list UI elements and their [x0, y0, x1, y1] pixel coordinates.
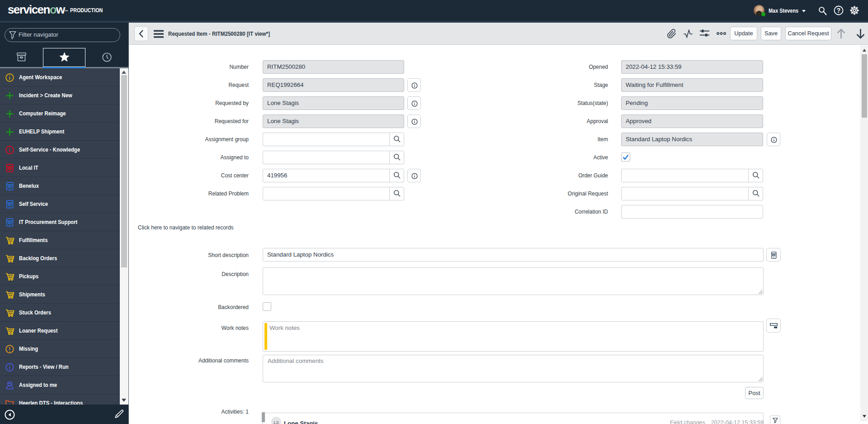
svg-text:?: ?: [837, 7, 841, 14]
